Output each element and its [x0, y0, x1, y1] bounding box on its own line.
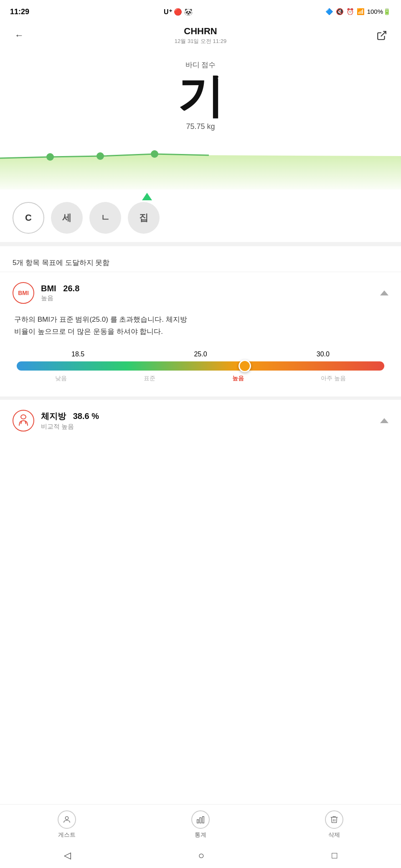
status-time: 11:29: [10, 8, 29, 16]
score-value: 기: [0, 73, 401, 119]
status-icons: 🔷 🔇 ⏰ 📶 100%🔋: [325, 8, 391, 15]
svg-rect-8: [197, 820, 199, 823]
bmi-scale: 18.5 25.0 30.0 낮음 표준 높음 아주 높음: [17, 351, 384, 382]
bodyfat-metric-card: 체지방 38.6 % 비교적 높음: [0, 396, 401, 442]
body-score-section: 바디 점수 기 75.75 kg: [0, 48, 401, 135]
bodyfat-title-block: 체지방 38.6 % 비교적 높음: [41, 411, 99, 431]
svg-rect-9: [200, 818, 201, 823]
weight-chart: [0, 135, 401, 189]
position-triangle: [142, 193, 152, 200]
bmi-numbers: 18.5 25.0 30.0: [17, 351, 384, 358]
nav-back-button[interactable]: ◁: [64, 850, 71, 861]
header-title: CHHRN: [28, 26, 373, 37]
battery-label: 100%🔋: [367, 8, 391, 15]
nav-recent-button[interactable]: □: [332, 850, 337, 861]
bluetooth-icon: 🔷: [325, 8, 333, 15]
bmi-bar: [17, 361, 384, 371]
bmi-labels: 낮음 표준 높음 아주 높음: [17, 375, 384, 382]
bmi-num-3: 30.0: [317, 351, 330, 358]
carrier-label: U⁺ 🔴 🐼: [164, 8, 192, 16]
svg-point-2: [96, 152, 104, 160]
svg-rect-10: [203, 817, 204, 823]
bmi-icon-label: BMI: [18, 290, 29, 296]
section-divider: [0, 242, 401, 246]
score-weight: 75.75 kg: [0, 122, 401, 131]
bodyfat-icon: [13, 410, 34, 431]
bmi-metric-card: BMI BMI 26.8 높음 구하의 BMI가 표준 범위(25.0) 를 초…: [0, 272, 401, 396]
nav-guest[interactable]: 게스트: [58, 810, 76, 839]
stats-icon: [191, 810, 210, 829]
nav-stats[interactable]: 통계: [191, 810, 210, 839]
circle-c[interactable]: C: [13, 202, 44, 234]
bodyfat-header: 체지방 38.6 % 비교적 높음: [13, 410, 388, 431]
bodyfat-left: 체지방 38.6 % 비교적 높음: [13, 410, 99, 431]
svg-rect-4: [21, 415, 26, 419]
nav-home-button[interactable]: ○: [198, 850, 205, 861]
svg-point-1: [46, 153, 54, 161]
share-button[interactable]: [373, 26, 391, 45]
bmi-status: 높음: [41, 294, 79, 302]
signal-icon: 📶: [357, 8, 365, 15]
nav-delete[interactable]: 삭제: [325, 810, 343, 839]
bmi-bar-container: [17, 361, 384, 371]
summary-section: 5개 항목 목표에 도달하지 못함: [0, 246, 401, 272]
bodyfat-title: 체지방 38.6 %: [41, 411, 99, 422]
guest-icon: [58, 810, 76, 829]
header-title-block: CHHRN 12월 31일 오전 11:29: [28, 26, 373, 45]
header-subtitle: 12월 31일 오전 11:29: [28, 38, 373, 45]
bmi-header: BMI BMI 26.8 높음: [13, 282, 388, 304]
status-bar: 11:29 U⁺ 🔴 🐼 🔷 🔇 ⏰ 📶 100%🔋: [0, 0, 401, 22]
circle-se[interactable]: 세: [51, 202, 83, 234]
indicator-area: [0, 193, 401, 200]
bmi-label-low: 낮음: [55, 375, 67, 382]
bmi-label-high: 높음: [232, 375, 244, 382]
nav-stats-label: 통계: [195, 831, 206, 839]
android-nav-bar: ◁ ○ □: [0, 843, 401, 868]
circles-row: C 세 ㄴ 집: [0, 202, 401, 234]
circle-jip[interactable]: 집: [128, 202, 160, 234]
bmi-description: 구하의 BMI가 표준 범위(25.0) 를 초과했습니다. 체지방비율이 높으…: [13, 314, 388, 338]
bmi-num-2: 25.0: [194, 351, 207, 358]
nav-guest-label: 게스트: [58, 831, 76, 839]
bodyfat-icon-label: [18, 414, 29, 427]
bodyfat-status: 비교적 높음: [41, 423, 99, 431]
bmi-title-block: BMI 26.8 높음: [41, 284, 79, 302]
bmi-left: BMI BMI 26.8 높음: [13, 282, 79, 304]
delete-icon: [325, 810, 343, 829]
alarm-icon: ⏰: [346, 8, 354, 15]
bmi-label-normal: 표준: [144, 375, 155, 382]
mute-icon: 🔇: [336, 8, 344, 15]
bmi-collapse-button[interactable]: [380, 290, 388, 295]
bmi-icon: BMI: [13, 282, 34, 304]
bmi-indicator: [239, 360, 251, 372]
bodyfat-collapse-button[interactable]: [380, 418, 388, 423]
svg-point-3: [151, 150, 158, 158]
bmi-title: BMI 26.8: [41, 284, 79, 293]
summary-text: 5개 항목 목표에 도달하지 못함: [13, 259, 109, 267]
score-label: 바디 점수: [0, 60, 401, 70]
svg-point-7: [65, 817, 68, 820]
header: ← CHHRN 12월 31일 오전 11:29: [0, 22, 401, 48]
back-button[interactable]: ←: [10, 26, 28, 45]
circle-n[interactable]: ㄴ: [89, 202, 121, 234]
bottom-navigation: 게스트 통계 삭제: [0, 804, 401, 843]
bmi-num-1: 18.5: [71, 351, 84, 358]
nav-delete-label: 삭제: [328, 831, 340, 839]
svg-line-0: [381, 31, 386, 36]
bmi-label-very-high: 아주 높음: [321, 375, 346, 382]
